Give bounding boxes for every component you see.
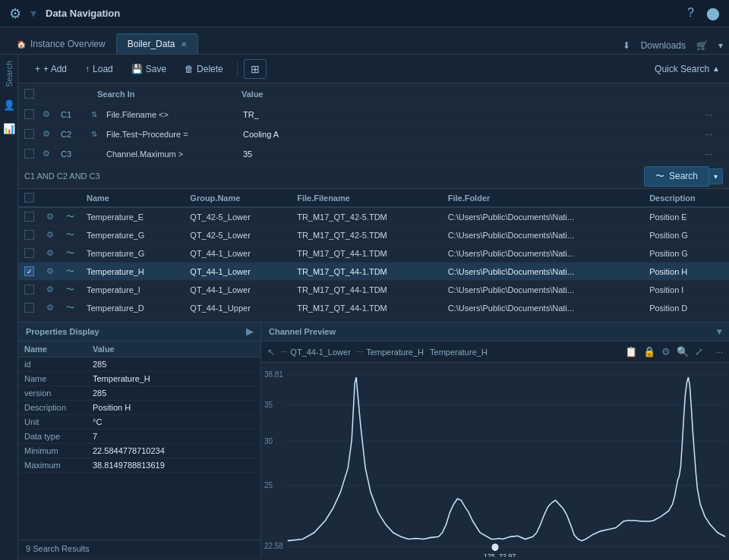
property-name: Minimum [18,444,87,458]
row-gear-cell[interactable]: ⚙ [40,226,60,244]
top-bar-actions: ? ⬤ [687,6,720,20]
preview-toolbar-icons: 📋 🔒 ⚙ 🔍 ⤢ [625,346,703,357]
row-checkbox-cell[interactable] [18,207,40,226]
row-checkbox-cell[interactable] [18,244,40,263]
table-row[interactable]: ⚙ 〜 Temperature_E QT_42-5_Lower TR_M17_Q… [18,207,729,226]
preview-expand-icon[interactable]: ⤢ [695,346,703,357]
c1-checkbox[interactable] [24,109,43,119]
c3-gear[interactable]: ⚙ [43,149,61,159]
row-wave-cell: 〜 [60,281,80,299]
c1-id: C1 [61,110,91,119]
help-icon[interactable]: ? [687,6,694,20]
row-folder: C:\Users\Public\Documents\Nati... [442,299,643,317]
preview-zoom-icon[interactable]: 🔍 [677,346,689,357]
c2-arrows[interactable]: ⇅ [91,130,103,138]
table-row[interactable]: ✓ ⚙ 〜 Temperature_H QT_44-1_Lower TR_M17… [18,263,729,281]
sidebar-person-icon[interactable]: 👤 [3,99,15,111]
results-select-all[interactable] [24,193,34,203]
criteria-row-c2: ⚙ C2 ⇅ File.Test~Procedure = Cooling A ·… [18,124,729,144]
row-folder: C:\Users\Public\Documents\Nati... [442,244,643,263]
row-checkbox[interactable]: ✓ [24,266,34,276]
add-button[interactable]: + + Add [27,61,74,77]
c1-gear[interactable]: ⚙ [43,109,61,119]
results-table-body: ⚙ 〜 Temperature_E QT_42-5_Lower TR_M17_Q… [18,207,729,317]
row-gear-cell[interactable]: ⚙ [40,244,60,263]
tab-instance-overview[interactable]: 🏠 Instance Overview [6,34,116,54]
table-row[interactable]: ⚙ 〜 Temperature_D QT_44-1_Upper TR_M17_Q… [18,299,729,317]
property-value: 38.8149788813619 [87,458,260,473]
preview-more-icon[interactable]: ··· [715,347,723,357]
cart-icon[interactable]: 🛒 [696,40,708,51]
c2-gear[interactable]: ⚙ [43,129,61,139]
row-checkbox-cell[interactable] [18,299,40,317]
svg-rect-0 [261,363,729,557]
tab-bar: 🏠 Instance Overview Boiler_Data ✕ ⬇ Down… [0,27,729,55]
gear-icon: ⚙ [43,149,50,159]
search-dropdown-button[interactable]: ▾ [709,168,723,184]
criteria-row-c3: ⚙ C3 Channel.Maximum > 35 ··· [18,144,729,164]
sidebar: Search 👤 📊 [0,55,18,560]
downloads-icon: ⬇ [623,40,630,51]
preview-tab-group[interactable]: ··· QT_44-1_Lower [281,348,351,357]
row-checkbox[interactable] [24,212,34,222]
row-checkbox[interactable] [24,285,34,294]
properties-table: Name Value id 285 Name Temperature_H ver… [18,341,260,473]
row-checkbox[interactable] [24,248,34,258]
properties-expand-icon[interactable]: ▶ [246,326,253,337]
cart-dropdown-icon[interactable]: ▾ [718,40,723,51]
c1-search-in: File.Filename <> [106,110,243,119]
c2-checkbox[interactable] [24,129,43,139]
grid-view-button[interactable]: ⊞ [244,59,267,79]
search-execute-button[interactable]: 〜 Search [644,166,709,187]
row-name: Temperature_D [80,299,184,317]
preview-tab-channel1[interactable]: ··· Temperature_H [357,348,424,357]
save-button[interactable]: 💾 Save [124,61,174,77]
property-value: 285 [87,386,260,401]
table-row[interactable]: ⚙ 〜 Temperature_I QT_44-1_Lower TR_M17_Q… [18,281,729,299]
search-criteria-header: Search In Value [18,83,729,105]
row-checkbox-cell[interactable] [18,281,40,299]
row-checkbox-cell[interactable]: ✓ [18,263,40,281]
row-gear-cell[interactable]: ⚙ [40,263,60,281]
channel-preview-panel: Channel Preview ▾ ↖ ··· QT_44-1_Lower ··… [261,322,729,557]
sidebar-search-label[interactable]: Search [5,61,14,87]
downloads-label[interactable]: Downloads [641,40,686,51]
property-row: Name Temperature_H [18,372,260,386]
c3-checkbox[interactable] [24,149,43,159]
tab-boiler-data[interactable]: Boiler_Data ✕ [116,33,199,54]
delete-button[interactable]: 🗑 Delete [177,61,231,77]
row-checkbox-cell[interactable] [18,226,40,244]
load-button[interactable]: ↑ Load [77,61,121,77]
property-name: Maximum [18,458,87,473]
preview-lock-icon[interactable]: 🔒 [643,346,655,357]
search-criteria-area: Search In Value ⚙ C1 ⇅ File.Filename <> … [18,83,729,189]
row-desc: Position G [643,226,729,244]
row-checkbox[interactable] [24,230,34,240]
preview-settings-icon[interactable]: ⚙ [661,346,671,357]
c1-more-btn[interactable]: ··· [705,109,723,120]
search-results-count: 9 Search Results [18,540,260,557]
sidebar-bi-icon[interactable]: 📊 [3,123,15,134]
preview-tab-channel2[interactable]: Temperature_H [430,348,488,357]
gear-icon: ⚙ [46,212,54,221]
c3-more-btn[interactable]: ··· [705,149,723,159]
row-gear-cell[interactable]: ⚙ [40,207,60,226]
c1-arrows[interactable]: ⇅ [91,110,103,118]
logo-separator: ▾ [30,6,36,20]
row-gear-cell[interactable]: ⚙ [40,299,60,317]
table-row[interactable]: ⚙ 〜 Temperature_G QT_42-5_Lower TR_M17_Q… [18,226,729,244]
user-icon[interactable]: ⬤ [706,6,720,20]
preview-export-icon[interactable]: 📋 [625,346,637,357]
top-bar: ⚙ ▾ Data Navigation ? ⬤ [0,0,729,27]
row-folder: C:\Users\Public\Documents\Nati... [442,281,643,299]
tab-close-icon[interactable]: ✕ [181,40,187,49]
row-checkbox[interactable] [24,303,34,313]
row-gear-cell[interactable]: ⚙ [40,281,60,299]
gear-icon: ⚙ [46,266,54,275]
c2-more-btn[interactable]: ··· [705,129,723,140]
select-all-checkbox[interactable] [24,89,34,99]
preview-back-icon[interactable]: ↖ [267,347,275,357]
quick-search-toggle[interactable]: Quick Search ▲ [655,64,720,74]
preview-dropdown-icon[interactable]: ▾ [717,326,721,337]
table-row[interactable]: ⚙ 〜 Temperature_G QT_44-1_Lower TR_M17_Q… [18,244,729,263]
